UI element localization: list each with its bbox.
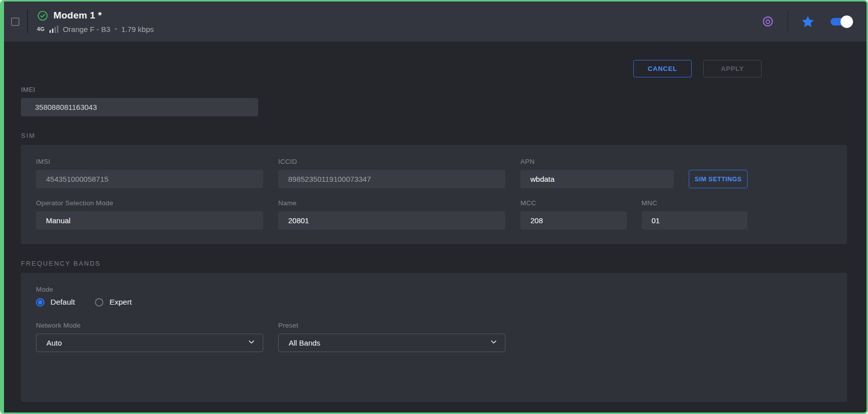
mnc-label: MNC xyxy=(642,199,748,207)
network-type-badge: 4G xyxy=(37,26,45,32)
apn-input[interactable] xyxy=(520,170,674,188)
radio-expert-label: Expert xyxy=(109,298,132,307)
mcc-label: MCC xyxy=(520,199,627,207)
settings-content: CANCEL APPLY IMEI SIM IMSI ICCID xyxy=(4,60,867,402)
modem-info: Modem 1 * 4G Orange F - B3 1.79 kbps xyxy=(37,10,154,33)
preset-value: All Bands xyxy=(289,339,320,347)
header-left: Modem 1 * 4G Orange F - B3 1.79 kbps xyxy=(11,10,154,33)
mode-label: Mode xyxy=(36,286,748,293)
radio-unselected-icon xyxy=(95,298,103,307)
name-input[interactable] xyxy=(278,211,505,230)
mode-radio-expert[interactable]: Expert xyxy=(95,298,132,307)
preset-field-group: Preset All Bands xyxy=(278,322,505,352)
imei-input[interactable] xyxy=(21,98,258,116)
signal-strength-icon xyxy=(49,25,58,33)
iccid-label: ICCID xyxy=(278,158,505,165)
header-right xyxy=(761,10,852,32)
cancel-button[interactable]: CANCEL xyxy=(633,60,692,77)
operator-mode-input[interactable] xyxy=(36,211,263,230)
modem-settings-page: Modem 1 * 4G Orange F - B3 1.79 kbps xyxy=(0,0,868,414)
network-mode-select[interactable]: Auto xyxy=(36,334,263,352)
imsi-input[interactable] xyxy=(36,170,263,188)
modem-enable-toggle[interactable] xyxy=(831,18,852,25)
mcc-input[interactable] xyxy=(520,211,627,230)
mnc-field-group: MNC xyxy=(642,199,748,230)
mode-radio-group: Default Expert xyxy=(36,298,748,307)
sim-card: IMSI ICCID APN SIM SETTINGS Ope xyxy=(21,145,847,244)
imsi-field-group: IMSI xyxy=(36,158,263,188)
gear-icon[interactable] xyxy=(761,15,775,28)
bitrate-value: 1.79 kbps xyxy=(121,25,154,33)
chevron-down-icon xyxy=(490,338,497,348)
mcc-field-group: MCC xyxy=(520,199,627,230)
radio-default-label: Default xyxy=(50,298,75,307)
name-field-group: Name xyxy=(278,199,505,230)
sim-settings-button[interactable]: SIM SETTINGS xyxy=(689,170,748,188)
frequency-bands-section-label: FREQUENCY BANDS xyxy=(21,260,847,267)
frequency-bands-card: Mode Default Expert Network Mode xyxy=(21,273,847,402)
modem-select-checkbox[interactable] xyxy=(11,17,19,26)
iccid-field-group: ICCID xyxy=(278,158,505,188)
imsi-label: IMSI xyxy=(36,158,263,165)
favorite-star-icon[interactable] xyxy=(801,15,815,28)
network-mode-value: Auto xyxy=(46,339,62,347)
apply-button[interactable]: APPLY xyxy=(703,60,762,77)
network-mode-label: Network Mode xyxy=(36,322,263,329)
sim-section-label: SIM xyxy=(21,132,847,139)
operator-mode-label: Operator Selection Mode xyxy=(36,199,263,207)
dot-separator xyxy=(115,28,117,30)
network-mode-field-group: Network Mode Auto xyxy=(36,322,263,352)
imei-field-group: IMEI xyxy=(21,86,258,116)
modem-title: Modem 1 * xyxy=(53,10,102,21)
status-ok-icon xyxy=(37,10,48,21)
toggle-knob xyxy=(841,15,853,28)
modem-header: Modem 1 * 4G Orange F - B3 1.79 kbps xyxy=(4,1,867,41)
header-divider xyxy=(27,10,28,33)
name-label: Name xyxy=(278,199,505,207)
imei-label: IMEI xyxy=(21,86,258,93)
radio-selected-icon xyxy=(36,298,44,307)
apn-label: APN xyxy=(520,158,674,165)
mode-radio-default[interactable]: Default xyxy=(36,298,75,307)
preset-label: Preset xyxy=(278,322,505,329)
operator-name: Orange F - B3 xyxy=(63,25,110,33)
mnc-input[interactable] xyxy=(642,211,748,230)
operator-mode-field-group: Operator Selection Mode xyxy=(36,199,263,230)
iccid-input[interactable] xyxy=(278,170,505,188)
apn-field-group: APN xyxy=(520,158,674,188)
header-icons-divider xyxy=(788,10,788,32)
form-actions: CANCEL APPLY xyxy=(21,60,847,77)
chevron-down-icon xyxy=(248,338,255,348)
preset-select[interactable]: All Bands xyxy=(278,334,505,352)
